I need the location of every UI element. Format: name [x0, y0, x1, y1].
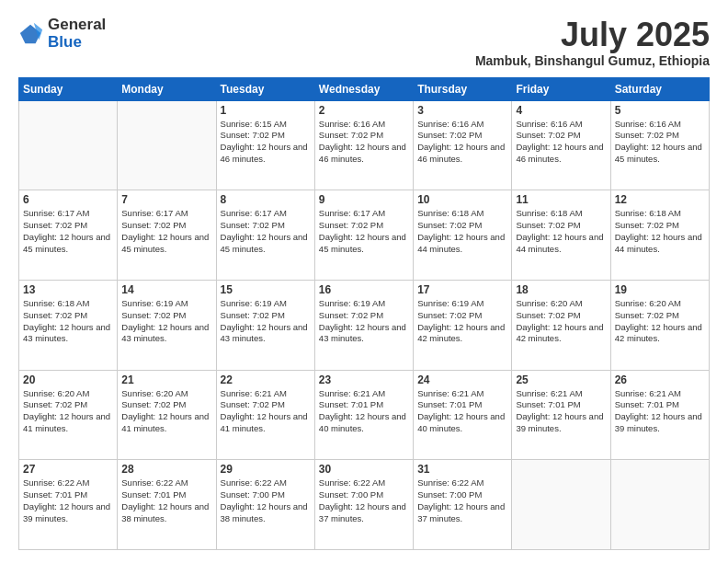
- day-cell: 14Sunrise: 6:19 AM Sunset: 7:02 PM Dayli…: [118, 280, 216, 370]
- day-number: 6: [23, 193, 113, 206]
- day-cell: 9Sunrise: 6:17 AM Sunset: 7:02 PM Daylig…: [314, 190, 413, 281]
- logo-blue-text: Blue: [48, 34, 106, 52]
- header-row: Sunday Monday Tuesday Wednesday Thursday…: [19, 77, 710, 100]
- day-cell: 19Sunrise: 6:20 AM Sunset: 7:02 PM Dayli…: [610, 280, 709, 370]
- day-number: 26: [615, 373, 705, 386]
- day-cell: 26Sunrise: 6:21 AM Sunset: 7:01 PM Dayli…: [610, 370, 709, 460]
- day-cell: 22Sunrise: 6:21 AM Sunset: 7:02 PM Dayli…: [216, 370, 314, 460]
- day-number: 4: [516, 104, 606, 117]
- col-sunday: Sunday: [19, 77, 118, 100]
- day-info: Sunrise: 6:21 AM Sunset: 7:01 PM Dayligh…: [615, 388, 705, 435]
- day-info: Sunrise: 6:22 AM Sunset: 7:01 PM Dayligh…: [23, 477, 113, 524]
- day-info: Sunrise: 6:21 AM Sunset: 7:02 PM Dayligh…: [221, 388, 311, 435]
- day-info: Sunrise: 6:21 AM Sunset: 7:01 PM Dayligh…: [417, 388, 507, 435]
- day-number: 1: [221, 104, 311, 117]
- month-title: July 2025: [475, 17, 710, 53]
- logo: General Blue: [18, 17, 106, 51]
- day-cell: 6Sunrise: 6:17 AM Sunset: 7:02 PM Daylig…: [19, 190, 118, 281]
- day-cell: 31Sunrise: 6:22 AM Sunset: 7:00 PM Dayli…: [414, 460, 512, 550]
- week-row-3: 20Sunrise: 6:20 AM Sunset: 7:02 PM Dayli…: [19, 370, 710, 460]
- day-cell: [118, 100, 216, 190]
- day-info: Sunrise: 6:17 AM Sunset: 7:02 PM Dayligh…: [319, 208, 409, 255]
- day-number: 20: [23, 373, 113, 386]
- day-cell: 4Sunrise: 6:16 AM Sunset: 7:02 PM Daylig…: [512, 100, 610, 190]
- day-cell: 13Sunrise: 6:18 AM Sunset: 7:02 PM Dayli…: [19, 280, 118, 370]
- day-info: Sunrise: 6:22 AM Sunset: 7:01 PM Dayligh…: [121, 477, 211, 524]
- title-block: July 2025 Mambuk, Binshangul Gumuz, Ethi…: [475, 17, 710, 68]
- day-info: Sunrise: 6:16 AM Sunset: 7:02 PM Dayligh…: [417, 119, 507, 166]
- day-cell: 5Sunrise: 6:16 AM Sunset: 7:02 PM Daylig…: [610, 100, 709, 190]
- day-info: Sunrise: 6:20 AM Sunset: 7:02 PM Dayligh…: [615, 298, 705, 345]
- day-number: 22: [221, 373, 311, 386]
- week-row-4: 27Sunrise: 6:22 AM Sunset: 7:01 PM Dayli…: [19, 460, 710, 550]
- day-cell: 27Sunrise: 6:22 AM Sunset: 7:01 PM Dayli…: [19, 460, 118, 550]
- day-cell: 15Sunrise: 6:19 AM Sunset: 7:02 PM Dayli…: [216, 280, 314, 370]
- day-number: 11: [516, 193, 606, 206]
- day-info: Sunrise: 6:18 AM Sunset: 7:02 PM Dayligh…: [23, 298, 113, 345]
- day-number: 24: [417, 373, 507, 386]
- week-row-0: 1Sunrise: 6:15 AM Sunset: 7:02 PM Daylig…: [19, 100, 710, 190]
- day-cell: 29Sunrise: 6:22 AM Sunset: 7:00 PM Dayli…: [216, 460, 314, 550]
- day-number: 19: [615, 283, 705, 296]
- day-number: 12: [615, 193, 705, 206]
- day-info: Sunrise: 6:22 AM Sunset: 7:00 PM Dayligh…: [417, 477, 507, 524]
- day-info: Sunrise: 6:21 AM Sunset: 7:01 PM Dayligh…: [319, 388, 409, 435]
- calendar-header: Sunday Monday Tuesday Wednesday Thursday…: [19, 77, 710, 100]
- day-info: Sunrise: 6:16 AM Sunset: 7:02 PM Dayligh…: [615, 119, 705, 166]
- week-row-2: 13Sunrise: 6:18 AM Sunset: 7:02 PM Dayli…: [19, 280, 710, 370]
- day-cell: 25Sunrise: 6:21 AM Sunset: 7:01 PM Dayli…: [512, 370, 610, 460]
- day-number: 23: [319, 373, 409, 386]
- day-cell: 18Sunrise: 6:20 AM Sunset: 7:02 PM Dayli…: [512, 280, 610, 370]
- day-info: Sunrise: 6:19 AM Sunset: 7:02 PM Dayligh…: [319, 298, 409, 345]
- day-number: 16: [319, 283, 409, 296]
- col-saturday: Saturday: [610, 77, 709, 100]
- logo-text: General Blue: [48, 17, 106, 51]
- day-cell: [19, 100, 118, 190]
- col-thursday: Thursday: [414, 77, 512, 100]
- day-info: Sunrise: 6:18 AM Sunset: 7:02 PM Dayligh…: [516, 208, 606, 255]
- day-cell: 2Sunrise: 6:16 AM Sunset: 7:02 PM Daylig…: [314, 100, 413, 190]
- day-number: 21: [121, 373, 211, 386]
- day-number: 15: [221, 283, 311, 296]
- day-number: 17: [417, 283, 507, 296]
- col-monday: Monday: [118, 77, 216, 100]
- day-cell: 1Sunrise: 6:15 AM Sunset: 7:02 PM Daylig…: [216, 100, 314, 190]
- day-info: Sunrise: 6:20 AM Sunset: 7:02 PM Dayligh…: [516, 298, 606, 345]
- day-number: 5: [615, 104, 705, 117]
- day-number: 27: [23, 463, 113, 476]
- day-number: 9: [319, 193, 409, 206]
- day-number: 30: [319, 463, 409, 476]
- day-info: Sunrise: 6:20 AM Sunset: 7:02 PM Dayligh…: [121, 388, 211, 435]
- week-row-1: 6Sunrise: 6:17 AM Sunset: 7:02 PM Daylig…: [19, 190, 710, 281]
- day-info: Sunrise: 6:16 AM Sunset: 7:02 PM Dayligh…: [516, 119, 606, 166]
- col-friday: Friday: [512, 77, 610, 100]
- day-cell: 8Sunrise: 6:17 AM Sunset: 7:02 PM Daylig…: [216, 190, 314, 281]
- day-info: Sunrise: 6:19 AM Sunset: 7:02 PM Dayligh…: [221, 298, 311, 345]
- calendar-table: Sunday Monday Tuesday Wednesday Thursday…: [18, 77, 710, 550]
- day-number: 28: [121, 463, 211, 476]
- day-cell: 16Sunrise: 6:19 AM Sunset: 7:02 PM Dayli…: [314, 280, 413, 370]
- day-number: 2: [319, 104, 409, 117]
- col-tuesday: Tuesday: [216, 77, 314, 100]
- day-number: 29: [221, 463, 311, 476]
- day-number: 10: [417, 193, 507, 206]
- day-cell: 10Sunrise: 6:18 AM Sunset: 7:02 PM Dayli…: [414, 190, 512, 281]
- day-number: 7: [121, 193, 211, 206]
- day-number: 31: [417, 463, 507, 476]
- day-cell: 3Sunrise: 6:16 AM Sunset: 7:02 PM Daylig…: [414, 100, 512, 190]
- day-number: 18: [516, 283, 606, 296]
- day-cell: 28Sunrise: 6:22 AM Sunset: 7:01 PM Dayli…: [118, 460, 216, 550]
- day-info: Sunrise: 6:19 AM Sunset: 7:02 PM Dayligh…: [417, 298, 507, 345]
- day-cell: 20Sunrise: 6:20 AM Sunset: 7:02 PM Dayli…: [19, 370, 118, 460]
- location-subtitle: Mambuk, Binshangul Gumuz, Ethiopia: [475, 53, 710, 68]
- day-info: Sunrise: 6:17 AM Sunset: 7:02 PM Dayligh…: [23, 208, 113, 255]
- day-cell: 30Sunrise: 6:22 AM Sunset: 7:00 PM Dayli…: [314, 460, 413, 550]
- day-info: Sunrise: 6:22 AM Sunset: 7:00 PM Dayligh…: [221, 477, 311, 524]
- day-info: Sunrise: 6:18 AM Sunset: 7:02 PM Dayligh…: [417, 208, 507, 255]
- day-cell: 24Sunrise: 6:21 AM Sunset: 7:01 PM Dayli…: [414, 370, 512, 460]
- day-cell: [610, 460, 709, 550]
- day-number: 25: [516, 373, 606, 386]
- logo-icon: [18, 21, 44, 47]
- day-info: Sunrise: 6:22 AM Sunset: 7:00 PM Dayligh…: [319, 477, 409, 524]
- day-info: Sunrise: 6:16 AM Sunset: 7:02 PM Dayligh…: [319, 119, 409, 166]
